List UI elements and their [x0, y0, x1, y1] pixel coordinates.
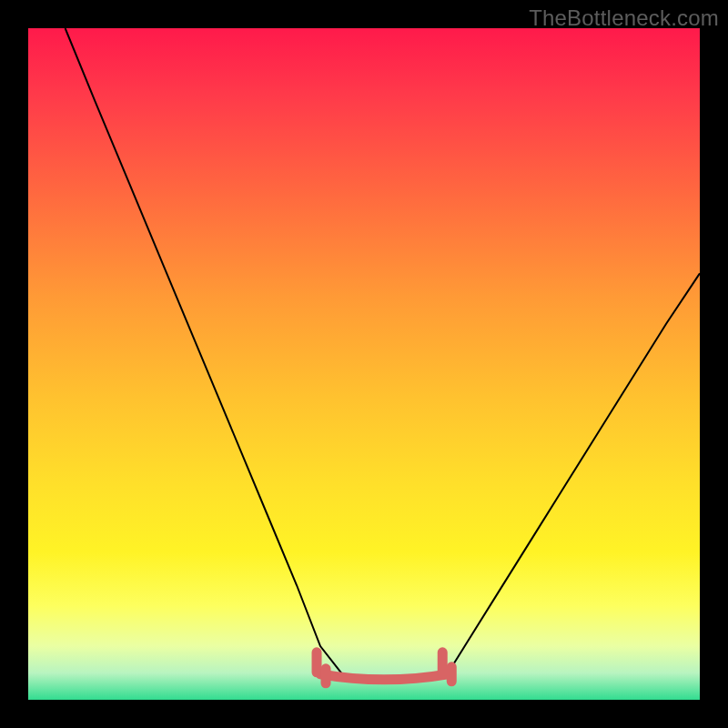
chart-overlay [28, 28, 700, 700]
chart-frame: TheBottleneck.com [0, 0, 728, 728]
bottleneck-curve [66, 28, 700, 682]
attribution-watermark: TheBottleneck.com [529, 5, 719, 31]
